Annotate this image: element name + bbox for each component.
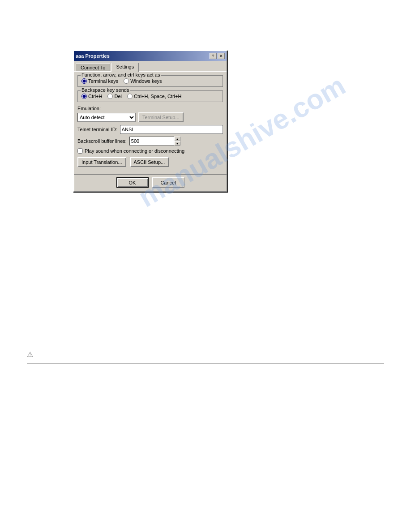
ctrlh-radio-item: Ctrl+H (81, 94, 102, 99)
function-keys-group: Function, arrow, and ctrl keys act as Te… (77, 75, 223, 87)
backscroll-row: Backscroll buffer lines: ▲ ▼ (77, 137, 223, 146)
spinner-down-button[interactable]: ▼ (174, 141, 180, 146)
emulation-select[interactable]: Auto detect ANSI VT100 VT52 (77, 113, 136, 122)
spinner-buttons: ▲ ▼ (174, 137, 180, 146)
backspace-group-label: Backspace key sends (81, 87, 130, 93)
del-radio[interactable] (107, 94, 113, 99)
function-keys-radio-row: Terminal keys Windows keys (81, 78, 219, 84)
ok-cancel-row: OK Cancel (74, 174, 227, 191)
dialog-window: aaa Properties ? ✕ Connect To Settings F… (73, 50, 227, 192)
play-sound-checkbox[interactable] (77, 148, 83, 154)
windows-keys-radio-item: Windows keys (124, 78, 162, 84)
cancel-button[interactable]: Cancel (152, 177, 184, 188)
tab-connect-to[interactable]: Connect To (76, 64, 110, 71)
title-bar: aaa Properties ? ✕ (74, 51, 227, 61)
ok-button[interactable]: OK (116, 177, 149, 188)
warning-icon: ⚠ (27, 350, 33, 359)
telnet-id-label: Telnet terminal ID: (77, 127, 117, 132)
close-button[interactable]: ✕ (218, 53, 225, 59)
warning-area: ⚠ (27, 345, 384, 364)
backscroll-spinner: ▲ ▼ (129, 137, 180, 146)
backscroll-label: Backscroll buffer lines: (77, 138, 127, 144)
terminal-keys-radio[interactable] (81, 78, 87, 84)
properties-dialog: aaa Properties ? ✕ Connect To Settings F… (73, 50, 227, 192)
function-keys-label: Function, arrow, and ctrl keys act as (81, 72, 161, 77)
ctrlh-space-label: Ctrl+H, Space, Ctrl+H (134, 94, 181, 99)
play-sound-row: Play sound when connecting or disconnect… (77, 148, 223, 154)
terminal-keys-label: Terminal keys (88, 78, 118, 84)
help-button[interactable]: ? (210, 53, 217, 59)
rule-top-divider (27, 345, 384, 345)
windows-keys-radio[interactable] (124, 78, 129, 84)
tab-settings[interactable]: Settings (111, 63, 139, 72)
terminal-setup-button[interactable]: Terminal Setup... (138, 112, 184, 122)
terminal-keys-radio-item: Terminal keys (81, 78, 118, 84)
backscroll-input[interactable] (129, 137, 174, 146)
ascii-setup-button[interactable]: ASCII Setup... (130, 157, 169, 167)
ctrlh-radio[interactable] (81, 94, 87, 99)
title-bar-buttons: ? ✕ (210, 53, 225, 59)
backspace-group: Backspace key sends Ctrl+H Del Ctrl+H, S… (77, 90, 223, 102)
ctrlh-label: Ctrl+H (88, 94, 102, 99)
tab-bar: Connect To Settings (74, 61, 227, 71)
telnet-id-input[interactable] (120, 125, 223, 134)
backspace-radio-row: Ctrl+H Del Ctrl+H, Space, Ctrl+H (81, 94, 219, 99)
spinner-up-button[interactable]: ▲ (174, 137, 180, 141)
telnet-id-row: Telnet terminal ID: (77, 125, 223, 134)
dialog-title: aaa Properties (76, 53, 110, 59)
emulation-label: Emulation: (77, 106, 223, 111)
del-radio-item: Del (107, 94, 122, 99)
ctrlh-space-radio[interactable] (127, 94, 133, 99)
del-label: Del (114, 94, 122, 99)
input-translation-button[interactable]: Input Translation... (77, 157, 126, 167)
emulation-section: Emulation: Auto detect ANSI VT100 VT52 T… (77, 106, 223, 122)
button-row: Input Translation... ASCII Setup... (77, 157, 223, 167)
play-sound-label: Play sound when connecting or disconnect… (85, 148, 184, 154)
windows-keys-label: Windows keys (130, 78, 162, 84)
dialog-body: Function, arrow, and ctrl keys act as Te… (74, 71, 227, 174)
ctrlh-space-radio-item: Ctrl+H, Space, Ctrl+H (127, 94, 181, 99)
warning-row: ⚠ (27, 348, 384, 360)
rule-bottom-divider (27, 363, 384, 364)
